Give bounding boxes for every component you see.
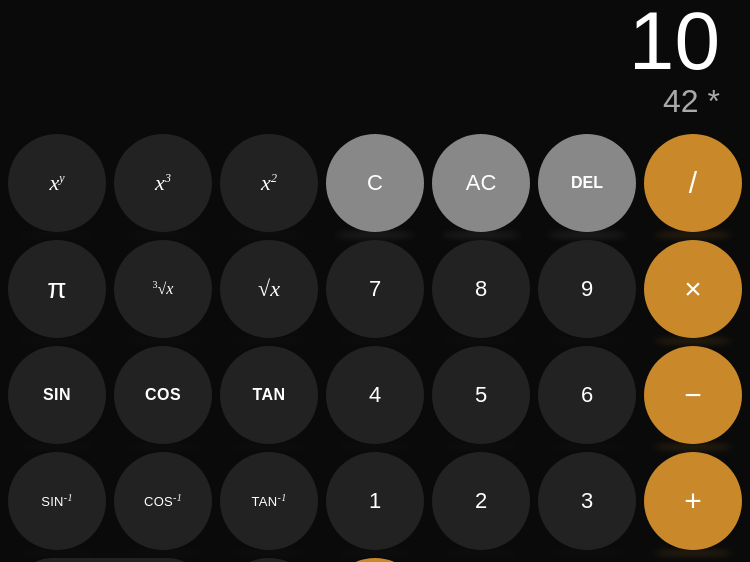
- x-cubed-button[interactable]: x3: [114, 134, 212, 232]
- x-pow-y-button[interactable]: xy: [8, 134, 106, 232]
- zero-button[interactable]: 0: [8, 558, 212, 562]
- button-grid: xy x3 x2 C AC DEL / π 3√x √x 7 8 9 × SIN…: [8, 134, 742, 554]
- x-squared-button[interactable]: x2: [220, 134, 318, 232]
- four-button[interactable]: 4: [326, 346, 424, 444]
- two-button[interactable]: 2: [432, 452, 530, 550]
- multiply-button[interactable]: ×: [644, 240, 742, 338]
- three-label: 3: [581, 488, 593, 514]
- main-display: 10: [629, 0, 720, 82]
- sqrt-label: √x: [258, 276, 280, 302]
- one-button[interactable]: 1: [326, 452, 424, 550]
- secondary-display: 42 *: [663, 82, 720, 120]
- four-label: 4: [369, 382, 381, 408]
- divide-label: /: [689, 166, 697, 200]
- three-button[interactable]: 3: [538, 452, 636, 550]
- atan-label: TAN-1: [252, 492, 287, 509]
- atan-button[interactable]: TAN-1: [220, 452, 318, 550]
- nine-button[interactable]: 9: [538, 240, 636, 338]
- eight-button[interactable]: 8: [432, 240, 530, 338]
- acos-button[interactable]: COS-1: [114, 452, 212, 550]
- decimal-button[interactable]: .: [220, 558, 318, 562]
- cbrt-label: 3√x: [153, 279, 174, 298]
- pi-label: π: [47, 273, 66, 305]
- equals-button[interactable]: =: [326, 558, 424, 562]
- tan-button[interactable]: TAN: [220, 346, 318, 444]
- cos-label: COS: [145, 386, 181, 404]
- divide-button[interactable]: /: [644, 134, 742, 232]
- add-label: +: [684, 484, 702, 518]
- eight-label: 8: [475, 276, 487, 302]
- two-label: 2: [475, 488, 487, 514]
- five-button[interactable]: 5: [432, 346, 530, 444]
- sqrt-button[interactable]: √x: [220, 240, 318, 338]
- nine-label: 9: [581, 276, 593, 302]
- asin-label: SIN-1: [41, 492, 73, 509]
- six-button[interactable]: 6: [538, 346, 636, 444]
- all-clear-button[interactable]: AC: [432, 134, 530, 232]
- cos-button[interactable]: COS: [114, 346, 212, 444]
- acos-label: COS-1: [144, 492, 182, 509]
- delete-button[interactable]: DEL: [538, 134, 636, 232]
- sin-label: SIN: [43, 386, 71, 404]
- one-label: 1: [369, 488, 381, 514]
- six-label: 6: [581, 382, 593, 408]
- display-area: 10 42 *: [0, 0, 750, 130]
- seven-label: 7: [369, 276, 381, 302]
- delete-label: DEL: [571, 174, 603, 192]
- five-label: 5: [475, 382, 487, 408]
- clear-label: C: [367, 170, 383, 196]
- cbrt-button[interactable]: 3√x: [114, 240, 212, 338]
- all-clear-label: AC: [466, 170, 497, 196]
- seven-button[interactable]: 7: [326, 240, 424, 338]
- tan-label: TAN: [252, 386, 285, 404]
- subtract-label: −: [684, 378, 702, 412]
- pi-button[interactable]: π: [8, 240, 106, 338]
- add-button[interactable]: +: [644, 452, 742, 550]
- asin-button[interactable]: SIN-1: [8, 452, 106, 550]
- multiply-label: ×: [684, 272, 702, 306]
- subtract-button[interactable]: −: [644, 346, 742, 444]
- sin-button[interactable]: SIN: [8, 346, 106, 444]
- clear-button[interactable]: C: [326, 134, 424, 232]
